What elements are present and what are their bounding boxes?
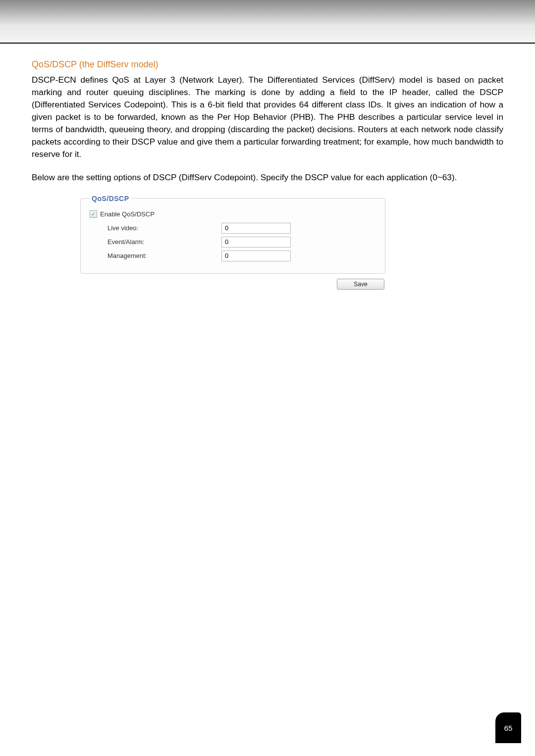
field-row-live-video: Live video: — [90, 223, 376, 234]
page-number: 65 — [495, 712, 521, 743]
event-alarm-label: Event/Alarm: — [90, 238, 221, 246]
enable-qos-checkbox[interactable]: ✓ — [90, 210, 97, 218]
paragraph-intro: DSCP-ECN defines QoS at Layer 3 (Network… — [32, 74, 503, 160]
management-input[interactable] — [221, 251, 291, 261]
field-row-event-alarm: Event/Alarm: — [90, 237, 376, 248]
field-row-management: Management: — [90, 251, 376, 261]
enable-qos-label: Enable QoS/DSCP — [100, 210, 155, 218]
paragraph-instructions: Below are the setting options of DSCP (D… — [32, 171, 503, 184]
save-button[interactable]: Save — [337, 279, 384, 290]
event-alarm-input[interactable] — [221, 237, 291, 248]
header-band — [0, 0, 535, 44]
management-label: Management: — [90, 252, 221, 259]
section-heading: QoS/DSCP (the DiffServ model) — [32, 59, 503, 70]
qos-legend: QoS/DSCP — [90, 195, 131, 202]
live-video-label: Live video: — [90, 224, 221, 232]
live-video-input[interactable] — [221, 223, 291, 234]
qos-fieldset: QoS/DSCP ✓ Enable QoS/DSCP Live video: E… — [80, 195, 385, 274]
